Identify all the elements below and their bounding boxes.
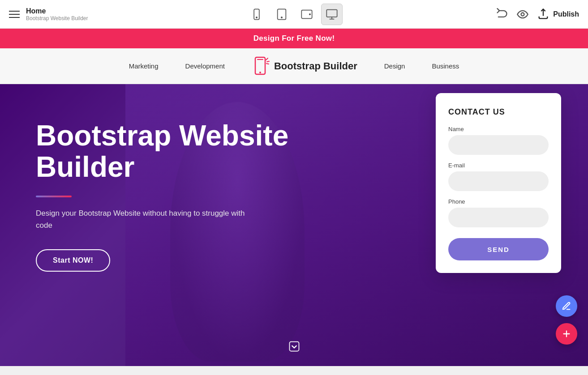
home-label: Home — [26, 7, 88, 15]
svg-line-12 — [266, 58, 268, 60]
publish-button[interactable]: Publish — [537, 8, 579, 21]
hero-title: Bootstrap Website Builder — [36, 120, 349, 183]
hero-section: Bootstrap Website Builder Design your Bo… — [0, 84, 588, 366]
phone-label: Phone — [448, 198, 549, 205]
phone-field-group: Phone — [448, 198, 549, 227]
add-fab-button[interactable] — [556, 323, 577, 345]
promo-banner[interactable]: Design For Free Now! — [0, 29, 588, 48]
tablet-view-button[interactable] — [271, 4, 292, 25]
brand-icon — [252, 55, 270, 77]
fab-container — [556, 295, 577, 345]
svg-rect-10 — [257, 59, 263, 60]
hero-cta-button[interactable]: Start NOW! — [36, 249, 110, 272]
name-field-group: Name — [448, 126, 549, 155]
toolbar-left: Home Bootstrap Website Builder — [9, 7, 88, 21]
nav-design[interactable]: Design — [384, 62, 405, 70]
svg-rect-15 — [289, 342, 299, 351]
nav-development[interactable]: Development — [185, 62, 225, 70]
nav-marketing[interactable]: Marketing — [129, 62, 159, 70]
publish-label: Publish — [553, 10, 579, 18]
phone-input[interactable] — [448, 208, 549, 227]
site-navbar: Marketing Development Bootstrap Builder … — [0, 48, 588, 84]
hero-divider — [36, 196, 72, 197]
svg-point-3 — [281, 17, 282, 17]
svg-line-13 — [267, 61, 269, 62]
svg-rect-6 — [326, 9, 337, 17]
scroll-down-indicator — [288, 340, 300, 353]
device-switcher — [246, 4, 343, 25]
nav-business[interactable]: Business — [432, 62, 459, 70]
contact-card: CONTACT US Name E-mail Phone SEND — [436, 93, 561, 273]
svg-point-11 — [259, 72, 261, 73]
email-label: E-mail — [448, 162, 549, 169]
name-input[interactable] — [448, 135, 549, 155]
menu-icon[interactable] — [9, 11, 20, 18]
contact-title: CONTACT US — [448, 107, 549, 117]
promo-text: Design For Free Now! — [253, 34, 335, 43]
hero-subtitle: Design your Bootstrap Website without ha… — [36, 207, 251, 231]
brand-name: Bootstrap Builder — [274, 60, 357, 72]
email-input[interactable] — [448, 171, 549, 191]
edit-fab-button[interactable] — [556, 295, 577, 317]
toolbar-right: Publish — [496, 8, 579, 21]
send-button[interactable]: SEND — [448, 238, 549, 260]
svg-line-14 — [266, 64, 269, 64]
desktop-view-button[interactable] — [321, 4, 343, 25]
mobile-view-button[interactable] — [246, 4, 267, 25]
toolbar-title-group: Home Bootstrap Website Builder — [26, 7, 88, 21]
svg-point-7 — [521, 13, 524, 16]
svg-point-5 — [309, 13, 310, 14]
toolbar: Home Bootstrap Website Builder — [0, 0, 588, 29]
name-label: Name — [448, 126, 549, 132]
email-field-group: E-mail — [448, 162, 549, 191]
undo-button[interactable] — [496, 8, 508, 21]
svg-point-1 — [256, 17, 257, 17]
preview-button[interactable] — [516, 8, 529, 21]
toolbar-subtitle: Bootstrap Website Builder — [26, 15, 88, 21]
brand[interactable]: Bootstrap Builder — [252, 55, 357, 77]
tablet-landscape-view-button[interactable] — [296, 4, 318, 25]
